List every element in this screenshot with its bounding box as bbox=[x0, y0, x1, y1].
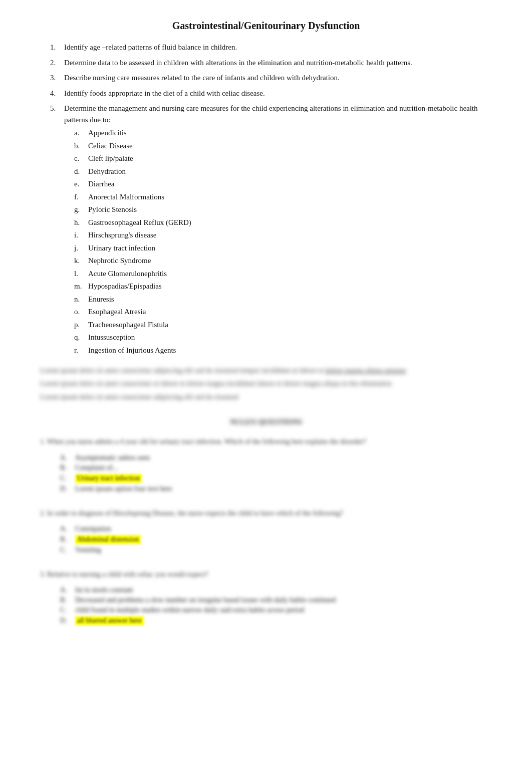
objective-2: Determine data to be assessed in childre… bbox=[50, 57, 492, 69]
condition-item-16: Tracheoesophageal Fistula bbox=[74, 319, 492, 331]
condition-item-18: Ingestion of Injurious Agents bbox=[74, 345, 492, 356]
objective-4: Identify foods appropriate in the diet o… bbox=[50, 88, 492, 99]
blurred-section-1: Lorem ipsum dolor sit amet consectetur a… bbox=[40, 365, 492, 403]
condition-item-7: Pyloric Stenosis bbox=[74, 204, 492, 215]
option-2c: C. Vomiting bbox=[60, 546, 492, 554]
option-2b: B. Abdominal distension bbox=[60, 535, 492, 544]
option-3c: C. child found in multiple studies withi… bbox=[60, 606, 492, 614]
condition-item-6: Anorectal Malformations bbox=[74, 191, 492, 203]
option-3a: A. fat in stools constant bbox=[60, 586, 492, 594]
question-1-options: A. Asymptomatic unless seen B. Complaint… bbox=[60, 454, 492, 493]
section-divider: NCLEX QUESTIONS bbox=[40, 418, 492, 426]
condition-item-14: Enuresis bbox=[74, 294, 492, 305]
condition-item-15: Esophageal Atresia bbox=[74, 306, 492, 318]
objective-5: Determine the management and nursing car… bbox=[50, 103, 492, 357]
option-1b: B. Complaint of... bbox=[60, 464, 492, 472]
question-3-options: A. fat in stools constant B. Decreased a… bbox=[60, 586, 492, 625]
condition-item-1: Appendicitis bbox=[74, 127, 492, 139]
condition-item-17: Intussusception bbox=[74, 332, 492, 343]
option-1a: A. Asymptomatic unless seen bbox=[60, 454, 492, 462]
condition-item-12: Acute Glomerulonephritis bbox=[74, 268, 492, 280]
option-2a: A. Constipation bbox=[60, 525, 492, 533]
option-3d: D. all blurred answer here bbox=[60, 616, 492, 625]
condition-item-8: Gastroesophageal Reflux (GERD) bbox=[74, 217, 492, 228]
divider-text: NCLEX QUESTIONS bbox=[230, 418, 302, 426]
option-1c: C. Urinary tract infection bbox=[60, 474, 492, 483]
condition-item-10: Urinary tract infection bbox=[74, 242, 492, 254]
conditions-list: AppendicitisCeliac DiseaseCleft lip/pala… bbox=[74, 127, 492, 356]
option-3b: B. Decreased and problems a slow number … bbox=[60, 596, 492, 604]
objective-3: Describe nursing care measures related t… bbox=[50, 72, 492, 84]
question-block-1: 1. When you nurse admits a 4 year old fo… bbox=[40, 436, 492, 492]
option-1d: D. Lorem ipsum option four text here bbox=[60, 485, 492, 493]
question-1-text: 1. When you nurse admits a 4 year old fo… bbox=[40, 436, 492, 447]
objectives-list: Identify age –related patterns of fluid … bbox=[50, 42, 492, 357]
question-block-3: 3. Relative to nursing a child with celi… bbox=[40, 569, 492, 625]
condition-item-13: Hypospadias/Epispadias bbox=[74, 281, 492, 292]
page-title: Gastrointestinal/Genitourinary Dysfuncti… bbox=[40, 20, 492, 32]
condition-item-2: Celiac Disease bbox=[74, 140, 492, 152]
condition-item-4: Dehydration bbox=[74, 166, 492, 177]
question-2-text: 2. In order to diagnose of Hirschsprung … bbox=[40, 508, 492, 519]
question-3-text: 3. Relative to nursing a child with celi… bbox=[40, 569, 492, 580]
condition-item-5: Diarrhea bbox=[74, 178, 492, 190]
condition-item-11: Nephrotic Syndrome bbox=[74, 255, 492, 267]
question-2-options: A. Constipation B. Abdominal distension … bbox=[60, 525, 492, 554]
condition-item-3: Cleft lip/palate bbox=[74, 153, 492, 164]
condition-item-9: Hirschsprung's disease bbox=[74, 229, 492, 241]
objective-1: Identify age –related patterns of fluid … bbox=[50, 42, 492, 53]
question-block-2: 2. In order to diagnose of Hirschsprung … bbox=[40, 508, 492, 554]
